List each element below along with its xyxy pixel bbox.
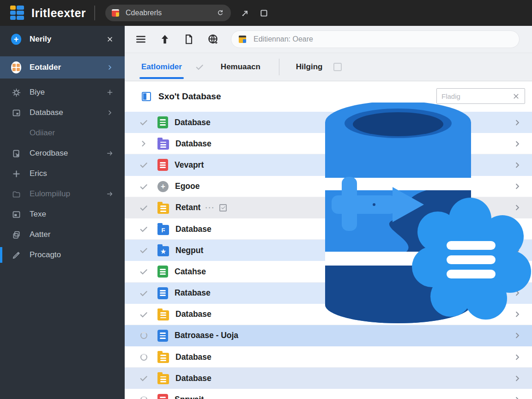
- filter-box[interactable]: [436, 88, 525, 104]
- loading-icon[interactable]: [138, 396, 150, 399]
- table-row[interactable]: Vevaprt: [125, 154, 532, 175]
- table-row[interactable]: Ϝ Database: [125, 218, 532, 240]
- loading-icon[interactable]: [138, 332, 150, 339]
- topbar-tab-pill[interactable]: Cdeabrerls: [105, 5, 231, 21]
- sidebar-item-label: Texe: [30, 210, 114, 219]
- check-icon[interactable]: [138, 246, 150, 255]
- check-icon[interactable]: [138, 160, 150, 169]
- doc-icon: [157, 266, 168, 278]
- sidebar-item-odiiaer[interactable]: Odiiaer: [0, 123, 125, 143]
- row-label: Database: [175, 374, 212, 383]
- row-chevron-icon[interactable]: [513, 118, 522, 127]
- sidebar-item-biye[interactable]: Biye: [0, 82, 125, 103]
- table-row[interactable]: Database: [125, 112, 532, 133]
- row-chevron-icon[interactable]: [513, 246, 522, 255]
- tab-explorer[interactable]: Eatlomider: [141, 53, 182, 81]
- row-chevron-icon[interactable]: [513, 289, 522, 297]
- pen-icon: [11, 250, 21, 260]
- table-row[interactable]: Snrwait: [125, 389, 532, 399]
- check-icon[interactable]: [138, 289, 150, 298]
- table-row[interactable]: Database: [125, 133, 532, 154]
- row-chevron-icon[interactable]: [513, 395, 522, 399]
- folder-icon: [157, 351, 169, 363]
- tab-secondary[interactable]: Hemuaacn: [221, 53, 260, 81]
- table-row[interactable]: Database: [125, 346, 532, 368]
- folder-icon: [157, 372, 169, 384]
- tabs-row: Eatlomider Hemuaacn Hilging: [125, 53, 532, 81]
- sidebar-item-label: Eulompiilup: [30, 189, 106, 199]
- upload-tree-icon[interactable]: [159, 33, 171, 45]
- filter-input[interactable]: [441, 92, 512, 100]
- sidebar-item-cerodbase[interactable]: Cerodbase: [0, 143, 125, 163]
- chevron-icon[interactable]: [106, 64, 114, 71]
- menu-icon[interactable]: [135, 33, 147, 45]
- sidebar-item-database[interactable]: Database: [0, 103, 125, 123]
- chevron-icon[interactable]: [138, 139, 150, 148]
- sidebar-item-procagto[interactable]: Procagto: [0, 245, 125, 265]
- database-circle-icon: [11, 61, 21, 73]
- check-icon[interactable]: [138, 182, 150, 191]
- table-row[interactable]: Batroaase - Uoja: [125, 325, 532, 346]
- none-icon: [11, 128, 21, 138]
- arrow-icon[interactable]: [106, 190, 114, 198]
- new-window-icon[interactable]: [259, 8, 269, 18]
- row-label: Catahse: [175, 267, 206, 277]
- row-chevron-icon[interactable]: [513, 139, 522, 148]
- sidebar-item-eulompiilup[interactable]: Eulompiilup: [0, 184, 125, 204]
- ellipsis-icon[interactable]: ···: [205, 204, 215, 212]
- tab-tertiary[interactable]: Hilging: [296, 53, 323, 81]
- row-chevron-icon[interactable]: [513, 161, 522, 169]
- check-icon[interactable]: [138, 267, 150, 276]
- sidebar-item-nerily[interactable]: + Nerily: [0, 26, 125, 53]
- check-icon[interactable]: [138, 203, 150, 212]
- file-icon[interactable]: [183, 33, 195, 45]
- refresh-icon[interactable]: [216, 9, 224, 17]
- tab-square-icon[interactable]: [333, 63, 342, 71]
- table-row[interactable]: ★ Negput: [125, 240, 532, 261]
- connection-search-bar[interactable]: Editiennan: Oeare: [231, 30, 520, 48]
- plus-icon[interactable]: [106, 89, 114, 96]
- arrow-icon[interactable]: [106, 150, 114, 157]
- sidebar-item-erics[interactable]: Erics: [0, 163, 125, 184]
- row-chevron-icon[interactable]: [513, 310, 522, 319]
- table-row[interactable]: Retant ···: [125, 197, 532, 218]
- check-icon[interactable]: [138, 310, 150, 319]
- close-icon[interactable]: [106, 36, 114, 43]
- plus-circle-icon: +: [11, 34, 21, 45]
- filter-clear-icon[interactable]: [512, 92, 520, 100]
- sidebar-item-eotalder[interactable]: Eotalder: [0, 56, 125, 79]
- checkbox-icon[interactable]: [219, 204, 227, 212]
- chevron-icon[interactable]: [106, 109, 114, 116]
- trend-arrow-icon[interactable]: [240, 8, 250, 18]
- table-row[interactable]: + Egooe: [125, 176, 532, 197]
- row-chevron-icon[interactable]: [513, 267, 522, 276]
- row-chevron-icon[interactable]: [513, 353, 522, 362]
- window-icon: [11, 108, 21, 118]
- row-chevron-icon[interactable]: [513, 203, 522, 212]
- table-row[interactable]: Catahse: [125, 261, 532, 282]
- row-chevron-icon[interactable]: [513, 182, 522, 191]
- table-row[interactable]: Ratabase: [125, 283, 532, 304]
- globe-sync-icon[interactable]: [207, 33, 219, 45]
- loading-icon[interactable]: [138, 354, 150, 361]
- sidebar: + Nerily Eotalder Biye Database Odiiaer …: [0, 26, 125, 399]
- check-icon[interactable]: [138, 374, 150, 383]
- doc-icon: [157, 394, 168, 399]
- row-chevron-icon[interactable]: [513, 331, 522, 340]
- topbar-divider: [94, 6, 95, 20]
- top-bar: Iritleexter Cdeabrerls: [0, 0, 532, 26]
- check-icon[interactable]: [138, 118, 150, 127]
- folder-icon: [11, 189, 21, 199]
- sidebar-item-texe[interactable]: Texe: [0, 204, 125, 224]
- sidebar-item-aatter[interactable]: Aatter: [0, 224, 125, 245]
- table-row[interactable]: Database: [125, 368, 532, 389]
- main-panel: Editiennan: Oeare Eatlomider Hemuaacn Hi…: [125, 26, 532, 399]
- tab-check-icon: [195, 62, 204, 72]
- row-label: Database: [175, 352, 212, 362]
- table-row[interactable]: Database: [125, 304, 532, 325]
- sidebar-item-label: Database: [30, 108, 106, 117]
- row-chevron-icon[interactable]: [513, 374, 522, 383]
- row-chevron-icon[interactable]: [513, 225, 522, 234]
- check-icon[interactable]: [138, 224, 150, 234]
- connection-favicon-icon: [239, 36, 246, 43]
